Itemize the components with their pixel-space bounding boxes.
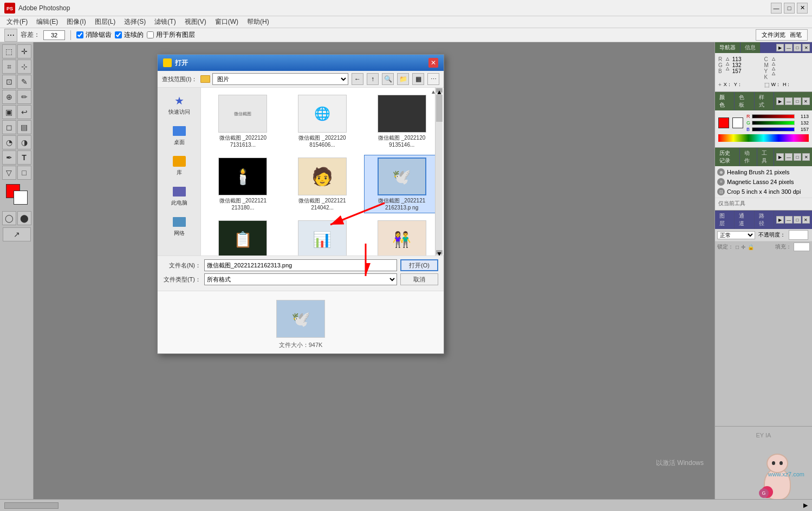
quick-mask-btn[interactable]: ⬤ [17, 211, 31, 225]
filetype-select[interactable]: 所有格式 [204, 273, 397, 285]
layers-close-btn[interactable]: ✕ [802, 216, 810, 224]
layers-menu-btn[interactable]: ▶ [776, 216, 784, 224]
contiguous-checkbox[interactable] [115, 31, 122, 38]
bg-swatch[interactable] [732, 117, 743, 128]
minimize-button[interactable]: — [771, 3, 782, 14]
menu-view[interactable]: 视图(V) [180, 16, 211, 28]
dialog-close-button[interactable]: ✕ [428, 58, 438, 68]
heal-tool[interactable]: ⊕ [2, 90, 16, 104]
scrollbar[interactable]: ▲ ▼ [435, 88, 443, 255]
b-slider[interactable] [752, 127, 795, 132]
panel-menu-btn[interactable]: ▶ [776, 44, 784, 51]
background-color[interactable] [14, 191, 28, 205]
menu-window[interactable]: 窗口(W) [211, 16, 243, 28]
nav-up-btn[interactable]: ↑ [367, 73, 379, 85]
pen-tool[interactable]: ✒ [2, 150, 16, 165]
nav-extra-btn[interactable]: ⋯ [427, 73, 439, 85]
sidebar-computer[interactable]: 此电脑 [169, 183, 190, 209]
cancel-button[interactable]: 取消 [400, 273, 438, 285]
sidebar-network[interactable]: 网络 [169, 213, 190, 239]
style-tab[interactable]: 样式 [755, 92, 774, 110]
move-tool[interactable]: ✛ [17, 44, 31, 58]
g-slider[interactable] [752, 121, 795, 125]
tab-brush[interactable]: 画笔 [790, 31, 802, 39]
file-item-2[interactable]: 微信截图 _20221209135146... [364, 92, 439, 150]
layers-tab[interactable]: 图层 [715, 211, 735, 229]
blend-mode-select[interactable]: 正常 [717, 231, 755, 239]
color-selector[interactable] [6, 184, 28, 205]
nav-new-folder-btn[interactable]: 📁 [397, 73, 409, 85]
color-spectrum[interactable] [718, 134, 809, 142]
tool-tab[interactable]: 工具 [757, 148, 775, 166]
info-tab[interactable]: 信息 [740, 42, 761, 53]
file-item-5[interactable]: 微信截图 _20221212162313.p ng [364, 155, 439, 213]
layers-max-btn[interactable]: □ [794, 216, 801, 224]
file-item-0[interactable]: 微信截图 微信截图 _20221207131613... [205, 92, 281, 150]
eraser-tool[interactable]: ◻ [2, 120, 16, 134]
path-tool[interactable]: ▽ [2, 166, 16, 180]
shape-tool[interactable]: □ [17, 166, 31, 180]
menu-select[interactable]: 选择(S) [120, 16, 150, 28]
menu-file[interactable]: 文件(F) [2, 16, 32, 28]
selection-tool[interactable]: ⬚ [2, 44, 16, 58]
screen-mode-btn[interactable]: ◯ [2, 211, 16, 225]
fg-swatch[interactable] [718, 117, 729, 128]
file-item-1[interactable]: 微信截图 _20221208154606... [285, 92, 360, 150]
file-item-7[interactable]: 微信截图 ... [285, 218, 360, 255]
tab-file-browser[interactable]: 文件浏览 [762, 31, 785, 39]
color-max-btn[interactable]: □ [794, 97, 801, 105]
color-tab[interactable]: 颜色 [715, 92, 735, 110]
history-item-0[interactable]: ⊕ Healing Brush 21 pixels [715, 167, 812, 177]
file-item-6[interactable]: 微信截图 ... [205, 218, 281, 255]
brush-tool[interactable]: ✏ [17, 90, 31, 104]
menu-edit[interactable]: 编辑(E) [32, 16, 62, 28]
fill-input[interactable] [794, 243, 810, 251]
menu-image[interactable]: 图像(I) [62, 16, 90, 28]
close-button[interactable]: ✕ [797, 3, 808, 14]
jump-to-btn[interactable]: ↗ [3, 227, 31, 241]
dodge-tool[interactable]: ◑ [17, 135, 31, 149]
crop-tool[interactable]: ⊡ [2, 75, 16, 89]
r-slider[interactable] [752, 114, 795, 119]
sidebar-quick-access[interactable]: ★ 快速访问 [166, 92, 192, 118]
layers-min-btn[interactable]: — [785, 216, 792, 224]
stamp-tool[interactable]: ▣ [2, 105, 16, 119]
path-tab[interactable]: 路径 [755, 211, 774, 229]
history-item-2[interactable]: ⊡ Crop 5 inch x 4 inch 300 dpi [715, 187, 812, 196]
sidebar-desktop[interactable]: 桌面 [169, 122, 190, 148]
action-tab[interactable]: 动作 [740, 148, 757, 166]
history-max-btn[interactable]: □ [794, 153, 801, 161]
menu-help[interactable]: 帮助(H) [243, 16, 274, 28]
color-min-btn[interactable]: — [785, 97, 792, 105]
color-menu-btn[interactable]: ▶ [776, 97, 784, 105]
navigator-tab[interactable]: 导航器 [715, 42, 740, 53]
swatch-tab[interactable]: 色板 [735, 92, 754, 110]
history-tab[interactable]: 历史记录 [715, 148, 740, 166]
width-input[interactable] [43, 30, 65, 40]
sidebar-library[interactable]: 库 [169, 153, 190, 179]
opacity-input[interactable] [789, 230, 808, 240]
menu-filter[interactable]: 滤镜(T) [150, 16, 180, 28]
eyedropper-tool[interactable]: ✎ [17, 75, 31, 89]
open-button[interactable]: 打开(O) [400, 259, 438, 271]
file-item-3[interactable]: 微信截图 _2022121213180... [205, 155, 281, 213]
history-brush-tool[interactable]: ↩ [17, 105, 31, 119]
location-dropdown[interactable]: 图片 [212, 73, 348, 85]
history-close-btn[interactable]: ✕ [802, 153, 810, 161]
antialias-checkbox[interactable] [76, 31, 83, 38]
scroll-thumb[interactable] [436, 95, 443, 122]
lasso-tool[interactable]: ⌗ [2, 60, 16, 74]
scroll-up-btn[interactable]: ▲ [436, 88, 443, 93]
nav-view-btn[interactable]: ▦ [412, 73, 424, 85]
filename-input[interactable] [204, 259, 397, 271]
scroll-down-btn[interactable]: ▼ [436, 250, 443, 254]
history-menu-btn[interactable]: ▶ [776, 153, 784, 161]
blur-tool[interactable]: ◔ [2, 135, 16, 149]
file-item-8[interactable]: 微信截图 ... [364, 218, 439, 255]
file-grid-container[interactable]: ▲ 微信截图 微信截图 _20221207131613... 微信截图 _202… [201, 88, 444, 255]
nav-back-btn[interactable]: ← [352, 73, 363, 85]
nav-search-btn[interactable]: 🔍 [382, 73, 394, 85]
history-item-1[interactable]: ⌗ Magnetic Lasso 24 pixels [715, 177, 812, 187]
magic-wand-tool[interactable]: ⊹ [17, 60, 31, 74]
panel-close-btn[interactable]: ✕ [802, 44, 810, 51]
